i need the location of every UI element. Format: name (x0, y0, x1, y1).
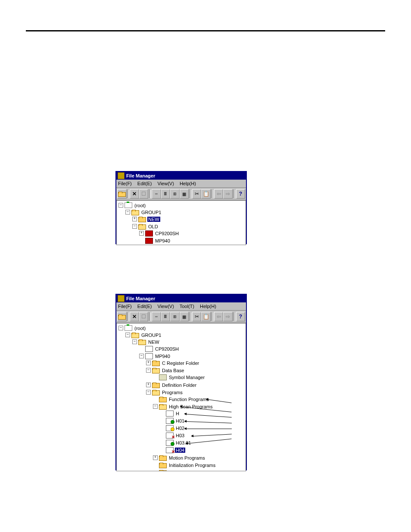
folder-closed-icon (159, 470, 167, 471)
menubar-1: File(F) Edit(E) View(V) Help(H) (116, 180, 246, 188)
tree-1: −(root) −GROUP1 +NEW −OLD +CP9200SH MP94… (117, 202, 246, 245)
selected-label: H04 (175, 448, 185, 453)
page-green-icon (166, 440, 174, 446)
node-group1[interactable]: −GROUP1 (125, 332, 246, 338)
delete-button[interactable]: ✕ (130, 189, 139, 199)
properties-button[interactable]: ☐ (139, 189, 149, 199)
node-root[interactable]: −(root) (118, 202, 246, 208)
prev-button[interactable]: ⇦ (214, 312, 224, 321)
toolbar-1: ✕ ☐ ▫▫ ≣ ⊞ ▦ ✂ 📋 ⇦ ⇨ ? (116, 188, 246, 200)
menu-file[interactable]: File(F) (118, 304, 132, 309)
node-cp9200sh[interactable]: CP9200SH (139, 345, 246, 352)
properties-button[interactable]: ☐ (139, 312, 149, 321)
details-button[interactable]: ⊞ (170, 312, 180, 321)
folder-open-icon (152, 368, 160, 373)
node-database[interactable]: −Data Base (146, 367, 246, 373)
toolbar-2: ✕ ☐ ▫▫ ≣ ⊞ ▦ ✂ 📋 ⇦ ⇨ ? (116, 311, 246, 323)
node-new[interactable]: +NEW (132, 216, 246, 222)
list-button[interactable]: ≣ (161, 189, 171, 199)
page-red-icon (166, 432, 174, 439)
node-symbol-manager[interactable]: Symbol Manager (153, 374, 246, 380)
menu-edit[interactable]: Edit(E) (137, 304, 152, 309)
titlebar-1[interactable]: File Manager (116, 172, 246, 180)
app-icon (118, 172, 125, 179)
page-yellow-icon (166, 425, 174, 431)
node-mp940[interactable]: MP940 (139, 237, 246, 244)
folder-open-icon (152, 390, 160, 395)
menu-edit[interactable]: Edit(E) (137, 181, 152, 186)
next-button[interactable]: ⇨ (223, 189, 233, 199)
root-icon (125, 325, 132, 331)
cpu-white-icon (145, 346, 153, 352)
tree-2: −(root) −GROUP1 −NEW CP9200SH −MP940 +C (117, 324, 246, 471)
menu-help[interactable]: Help(H) (200, 304, 216, 309)
list-button[interactable]: ≣ (161, 312, 171, 321)
node-motion-programs[interactable]: +Motion Programs (153, 454, 246, 461)
prev-button[interactable]: ⇦ (214, 189, 224, 199)
folder-open-icon (131, 210, 139, 215)
up-folder-icon (118, 315, 126, 320)
collapse-icon[interactable]: − (132, 224, 137, 229)
node-h02[interactable]: H02 (160, 425, 246, 431)
node-creg[interactable]: +C Register Folder (146, 360, 246, 366)
node-h[interactable]: H (160, 410, 246, 417)
menu-tool[interactable]: Tool(T) (180, 304, 194, 309)
expand-icon[interactable]: + (139, 231, 144, 236)
node-old[interactable]: −OLD (132, 223, 246, 230)
up-folder-button[interactable] (117, 312, 127, 321)
paste-button[interactable]: 📋 (201, 312, 211, 321)
cut-button[interactable]: ✂ (192, 189, 202, 199)
cut-button[interactable]: ✂ (192, 312, 202, 321)
tree-client-2[interactable]: −(root) −GROUP1 −NEW CP9200SH −MP940 +C (116, 323, 246, 471)
folder-closed-icon (159, 463, 167, 468)
details-button[interactable]: ⊞ (170, 189, 180, 199)
collapse-icon[interactable]: − (118, 203, 123, 208)
menu-file[interactable]: File(F) (118, 181, 132, 186)
node-h01[interactable]: H01 (160, 417, 246, 424)
folder-closed-icon (152, 383, 160, 388)
up-folder-button[interactable] (117, 189, 127, 199)
node-init-programs[interactable]: Initialization Programs (153, 462, 246, 468)
node-root[interactable]: −(root) (118, 325, 246, 331)
menubar-2: File(F) Edit(E) View(V) Tool(T) Help(H) (116, 302, 246, 311)
delete-button[interactable]: ✕ (130, 312, 139, 321)
paste-button[interactable]: 📋 (201, 189, 211, 199)
menu-view[interactable]: View(V) (158, 304, 174, 309)
collapse-icon[interactable]: − (125, 210, 130, 215)
cpu-white-icon (145, 353, 153, 359)
file-manager-window-2: File Manager File(F) Edit(E) View(V) Too… (115, 294, 247, 470)
node-interrupt-programs[interactable]: Interrupt Programs (153, 469, 246, 471)
titlebar-2[interactable]: File Manager (116, 295, 246, 302)
node-h0301[interactable]: H03.01 (160, 439, 246, 446)
page-red-icon (166, 447, 174, 453)
help-button[interactable]: ? (236, 189, 246, 199)
folder-closed-icon (159, 397, 167, 402)
node-definition[interactable]: +Definition Folder (146, 382, 246, 388)
large-icons-button[interactable]: ▦ (180, 189, 189, 199)
large-icons-button[interactable]: ▦ (180, 312, 189, 321)
node-h04[interactable]: H04 (160, 447, 246, 453)
node-programs[interactable]: −Programs (146, 389, 246, 395)
menu-view[interactable]: View(V) (158, 181, 174, 186)
node-cp9200sh[interactable]: +CP9200SH (139, 230, 246, 236)
node-group1[interactable]: −GROUP1 (125, 209, 246, 215)
folder-open-icon (138, 224, 146, 230)
node-new[interactable]: −NEW (132, 339, 246, 345)
expand-icon[interactable]: + (132, 217, 137, 221)
small-icons-button[interactable]: ▫▫ (152, 312, 161, 321)
folder-open-icon (131, 333, 139, 338)
page-white-icon (166, 411, 174, 417)
menu-help[interactable]: Help(H) (180, 181, 196, 186)
folder-closed-icon (159, 456, 167, 461)
next-button[interactable]: ⇨ (223, 312, 233, 321)
folder-closed-icon (152, 361, 160, 366)
tree-client-1[interactable]: −(root) −GROUP1 +NEW −OLD +CP9200SH MP94… (116, 200, 246, 245)
title-text: File Manager (126, 295, 155, 302)
small-icons-button[interactable]: ▫▫ (152, 189, 161, 199)
page-green-icon (166, 418, 174, 424)
help-button[interactable]: ? (236, 312, 246, 321)
up-folder-icon (118, 192, 126, 197)
node-function-programs[interactable]: Function Programs (153, 396, 246, 402)
cpu-red-icon (145, 230, 153, 236)
node-mp940[interactable]: −MP940 (139, 353, 246, 359)
